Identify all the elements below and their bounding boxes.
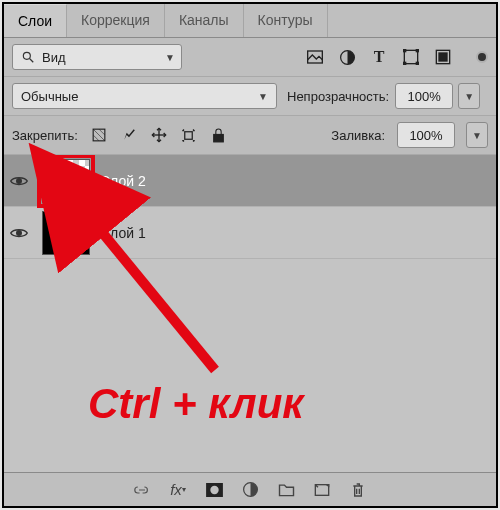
svg-point-20 [17,230,22,235]
svg-rect-10 [439,53,447,61]
tab-layers[interactable]: Слои [4,4,67,37]
svg-rect-15 [214,134,224,142]
add-mask-icon[interactable] [205,481,223,499]
filter-icons: T [306,48,460,66]
search-icon [19,48,37,66]
layer-thumbnail[interactable] [42,159,90,203]
chevron-down-icon: ▼ [258,91,268,102]
svg-rect-6 [416,49,419,52]
layer-row[interactable]: Слой 2 [4,155,496,207]
lock-pixels-icon[interactable] [120,126,138,144]
layer-name[interactable]: Слой 2 [100,173,146,189]
tab-adjustments[interactable]: Коррекция [67,4,165,37]
kind-label: Вид [42,50,66,65]
blend-mode-dropdown[interactable]: Обычные ▼ [12,83,277,109]
filter-type-icon[interactable]: T [370,48,388,66]
layers-panel: Слои Коррекция Каналы Контуры Вид ▼ T [2,2,498,508]
visibility-toggle[interactable] [10,175,32,187]
delete-layer-icon[interactable] [349,481,367,499]
lock-all-icon[interactable] [210,126,228,144]
chevron-down-icon: ▼ [165,52,175,63]
fill-dropdown[interactable]: ▼ [466,122,488,148]
new-group-icon[interactable] [277,481,295,499]
svg-rect-5 [403,49,406,52]
lock-transparency-icon[interactable] [90,126,108,144]
filter-smart-icon[interactable] [434,48,452,66]
kind-dropdown[interactable]: Вид ▼ [12,44,182,70]
filter-adjust-icon[interactable] [338,48,356,66]
filter-toggle[interactable] [476,51,488,63]
tab-paths[interactable]: Контуры [244,4,328,37]
opacity-value[interactable]: 100% [395,83,453,109]
layer-thumbnail[interactable] [42,211,90,255]
svg-point-19 [60,174,70,182]
layers-list: Слой 2 Слой 1 [4,155,496,472]
opacity-dropdown[interactable]: ▼ [458,83,480,109]
fill-label: Заливка: [331,128,385,143]
svg-point-16 [17,178,22,183]
fill-value[interactable]: 100% [397,122,455,148]
visibility-toggle[interactable] [10,227,32,239]
new-layer-icon[interactable] [313,481,331,499]
filter-shape-icon[interactable] [402,48,420,66]
link-layers-icon[interactable] [133,481,151,499]
lock-label: Закрепить: [12,128,78,143]
svg-rect-4 [404,50,417,63]
lock-row: Закрепить: Заливка: 100% ▼ [4,116,496,155]
layers-bottom-bar: fx▾ [4,472,496,506]
layer-name[interactable]: Слой 1 [100,225,146,241]
lock-artboard-icon[interactable] [180,126,198,144]
panel-tabs: Слои Коррекция Каналы Контуры [4,4,496,38]
opacity-label: Непрозрачность: [287,89,389,104]
svg-line-1 [30,59,34,63]
new-fill-icon[interactable] [241,481,259,499]
fx-icon[interactable]: fx▾ [169,481,187,499]
svg-rect-14 [185,131,193,139]
svg-point-0 [23,52,30,59]
layer-row[interactable]: Слой 1 [4,207,496,259]
blend-mode-value: Обычные [21,89,78,104]
svg-rect-8 [416,62,419,65]
tab-channels[interactable]: Каналы [165,4,244,37]
filter-pixel-icon[interactable] [306,48,324,66]
flower-icon [53,166,79,186]
blend-row: Обычные ▼ Непрозрачность: 100% ▼ [4,77,496,116]
filter-row: Вид ▼ T [4,38,496,77]
svg-point-22 [210,485,218,493]
svg-rect-7 [403,62,406,65]
lock-position-icon[interactable] [150,126,168,144]
